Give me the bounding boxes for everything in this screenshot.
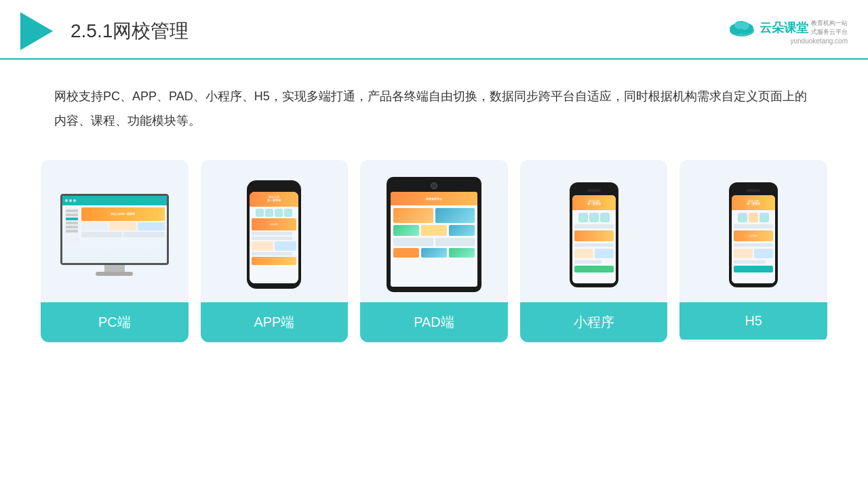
- svg-point-5: [740, 22, 749, 30]
- card-app-label: APP端: [201, 302, 349, 342]
- card-pc-label: PC端: [41, 302, 189, 342]
- card-miniprogram: 职达人的第一堂网课: [520, 160, 668, 342]
- pc-screen: 职达人的第一堂网课: [60, 194, 169, 265]
- page-title: 2.5.1网校管理: [71, 18, 189, 44]
- h5-phone-mockup: 职达人的第一堂网课 推荐课程: [729, 182, 778, 287]
- brand-name: 云朵课堂: [760, 20, 808, 36]
- card-app: 职达人的第一堂网课 精品课程: [201, 160, 349, 342]
- pc-mockup: 职达人的第一堂网课: [60, 194, 169, 276]
- brand-tagline: 教育机构一站 式服务云平台: [811, 19, 848, 36]
- description-text: 网校支持PC、APP、PAD、小程序、H5，实现多端打通，产品各终端自由切换，数…: [0, 60, 868, 146]
- brand-area: 云朵课堂 教育机构一站 式服务云平台 yunduoketang.com: [727, 18, 848, 45]
- logo-triangle-icon: [20, 12, 53, 50]
- card-h5-image: 职达人的第一堂网课 推荐课程: [679, 160, 827, 302]
- card-pad-image: 网校管理平台: [360, 160, 508, 302]
- card-pc-image: 职达人的第一堂网课: [41, 160, 189, 302]
- card-pad-label: PAD端: [360, 302, 508, 342]
- cards-container: 职达人的第一堂网课: [0, 146, 868, 363]
- pad-tablet-mockup: 网校管理平台: [387, 177, 481, 292]
- miniprogram-phone-mockup: 职达人的第一堂网课: [570, 182, 618, 287]
- card-miniprogram-image: 职达人的第一堂网课: [520, 160, 668, 302]
- card-miniprogram-label: 小程序: [520, 302, 668, 342]
- card-pad: 网校管理平台: [360, 160, 508, 342]
- cloud-icon: [727, 18, 757, 37]
- card-pc: 职达人的第一堂网课: [41, 160, 189, 342]
- brand-url: yunduoketang.com: [790, 37, 848, 45]
- card-h5: 职达人的第一堂网课 推荐课程: [679, 160, 827, 342]
- card-app-image: 职达人的第一堂网课 精品课程: [201, 160, 349, 302]
- brand-row: 云朵课堂 教育机构一站 式服务云平台: [727, 18, 848, 37]
- app-phone-mockup: 职达人的第一堂网课 精品课程: [247, 180, 301, 289]
- page-header: 2.5.1网校管理 云朵课堂 教育机构一站 式服务云平台 yunduoketan…: [0, 0, 868, 60]
- card-h5-label: H5: [679, 302, 827, 340]
- header-left: 2.5.1网校管理: [20, 12, 189, 50]
